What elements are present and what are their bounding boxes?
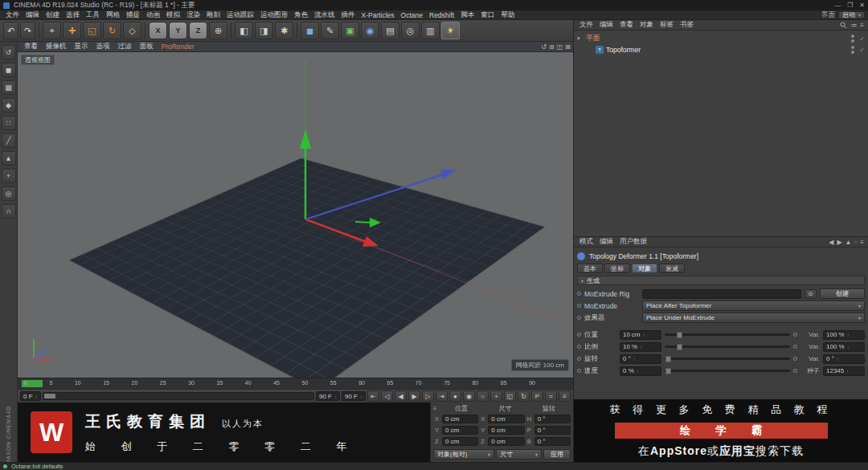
- menu-redshift[interactable]: Redshift: [426, 10, 457, 19]
- record-button[interactable]: ●: [449, 390, 461, 402]
- size-z-field[interactable]: 0 cm: [488, 437, 524, 446]
- anim-toggle-icon[interactable]: [577, 304, 581, 308]
- coordinate-system-icon[interactable]: ⊕: [209, 22, 227, 39]
- rotation-h-field[interactable]: 0 °: [534, 415, 571, 423]
- viewport-solo-icon[interactable]: ◎: [2, 186, 16, 201]
- slider-handle[interactable]: [677, 344, 682, 350]
- tab-object[interactable]: 对象: [632, 264, 657, 273]
- add-primitive-icon[interactable]: ◼: [301, 22, 319, 39]
- goto-start-button[interactable]: ⇤: [367, 390, 379, 402]
- enabled-check-icon[interactable]: ✓: [859, 35, 865, 43]
- y-arrowhead-icon[interactable]: [300, 129, 311, 149]
- timeline-slider-handle[interactable]: [44, 394, 55, 398]
- rig-input[interactable]: [642, 289, 801, 299]
- lock-z-button[interactable]: Z: [189, 22, 207, 39]
- slider-handle[interactable]: [677, 332, 682, 338]
- timeline-slider[interactable]: [43, 392, 314, 400]
- anim-toggle-icon[interactable]: [793, 333, 797, 337]
- range-end-field[interactable]: 90 F: [316, 391, 340, 401]
- move-icon[interactable]: ✚: [63, 22, 81, 39]
- om-menu-bookmarks[interactable]: 书签: [677, 20, 697, 30]
- rotation-slider[interactable]: [665, 358, 790, 360]
- scale-var-field[interactable]: 100 %: [823, 342, 865, 352]
- polygons-mode-icon[interactable]: ▲: [2, 151, 16, 166]
- visibility-dots-icon[interactable]: [851, 46, 854, 54]
- position-x-field[interactable]: 0 cm: [442, 415, 478, 423]
- menu-sculpt[interactable]: 雕刻: [203, 10, 223, 19]
- undo-icon[interactable]: ↶: [3, 22, 18, 39]
- menu-plugins[interactable]: 插件: [338, 10, 358, 19]
- menu-create[interactable]: 创建: [43, 10, 63, 19]
- prev-key-button[interactable]: ◁: [381, 390, 393, 402]
- scale-icon[interactable]: ◱: [83, 22, 101, 39]
- lock-y-button[interactable]: Y: [169, 22, 187, 39]
- next-frame-button[interactable]: ▷: [422, 390, 434, 402]
- spinner-icon[interactable]: [845, 343, 850, 350]
- vp-menu-cameras[interactable]: 摄像机: [42, 42, 71, 51]
- menu-octane[interactable]: Octane: [398, 10, 426, 19]
- anim-toggle-icon[interactable]: [577, 357, 581, 361]
- section-collapse-icon[interactable]: [581, 277, 583, 284]
- add-generator-icon[interactable]: ▣: [341, 22, 359, 39]
- menu-edit[interactable]: 编辑: [23, 10, 43, 19]
- menu-file[interactable]: 文件: [2, 10, 23, 19]
- rotate-icon[interactable]: ↻: [103, 22, 121, 39]
- viewport-3d[interactable]: 透视视图 网格间距 100 cm: [18, 52, 573, 378]
- menu-script[interactable]: 脚本: [457, 10, 477, 19]
- timeline-ruler[interactable]: 0 5 10 15 20 25 30 35 40 45 50 55 60 65 …: [18, 378, 573, 389]
- menu-xparticles[interactable]: X-Particles: [358, 10, 398, 19]
- search-icon[interactable]: [840, 22, 847, 29]
- texture-mode-icon[interactable]: ▩: [2, 80, 16, 95]
- am-menu-edit[interactable]: 编辑: [596, 237, 616, 247]
- size-x-field[interactable]: 0 cm: [488, 415, 524, 423]
- object-row-plane[interactable]: ▾ 平面 ✓: [574, 33, 868, 44]
- add-spline-icon[interactable]: ✎: [321, 22, 339, 39]
- tab-coord[interactable]: 坐标: [604, 264, 630, 273]
- spinner-icon[interactable]: [33, 393, 38, 400]
- record-parameter-button[interactable]: P: [531, 390, 543, 402]
- current-frame-field[interactable]: 0 F: [20, 391, 41, 401]
- plane-object[interactable]: [69, 158, 546, 378]
- edges-mode-icon[interactable]: ╱: [2, 133, 16, 148]
- points-mode-icon[interactable]: ∷: [2, 116, 16, 130]
- spinner-icon[interactable]: [845, 331, 850, 338]
- light-icon[interactable]: ☀: [441, 22, 460, 39]
- minimize-button[interactable]: —: [834, 2, 841, 9]
- view-maximize-icon[interactable]: ⊠: [565, 43, 571, 51]
- scale-slider[interactable]: [665, 345, 790, 348]
- position-z-field[interactable]: 0 cm: [442, 437, 478, 446]
- effector-dropdown[interactable]: Place Under MoExtrude: [642, 313, 865, 323]
- speed-slider[interactable]: [665, 370, 790, 372]
- spinner-icon[interactable]: [641, 331, 645, 338]
- vp-menu-view[interactable]: 查看: [20, 42, 42, 51]
- display-mode-icon[interactable]: ▥: [421, 22, 440, 39]
- slider-handle[interactable]: [665, 368, 671, 374]
- workplane-mode-icon[interactable]: ◆: [2, 98, 16, 112]
- vp-menu-prorender[interactable]: ProRender: [158, 43, 199, 51]
- anim-toggle-icon[interactable]: [793, 357, 797, 361]
- layout-preset-dropdown[interactable]: 启动: [838, 11, 865, 19]
- om-menu-view[interactable]: 查看: [616, 20, 637, 30]
- view-layout-icon[interactable]: ⊞: [549, 43, 555, 51]
- enabled-check-icon[interactable]: ✓: [859, 47, 865, 54]
- spinner-icon[interactable]: [834, 355, 839, 362]
- om-menu-file[interactable]: 文件: [576, 20, 596, 30]
- end-frame-field[interactable]: 90 F: [342, 391, 366, 401]
- anim-toggle-icon[interactable]: [793, 345, 797, 349]
- position-var-field[interactable]: 100 %: [823, 330, 865, 340]
- record-position-button[interactable]: +: [490, 390, 502, 402]
- view-undo-icon[interactable]: ↺: [541, 43, 547, 51]
- enable-axis-icon[interactable]: +: [2, 169, 16, 183]
- add-environment-icon[interactable]: ▤: [381, 22, 399, 39]
- spinner-icon[interactable]: [631, 355, 636, 362]
- size-mode-dropdown[interactable]: 尺寸: [496, 449, 542, 460]
- menu-select[interactable]: 选择: [63, 10, 83, 19]
- lock-x-button[interactable]: X: [149, 22, 167, 39]
- menu-motion-tracker[interactable]: 运动跟踪: [223, 10, 257, 19]
- position-y-field[interactable]: 0 cm: [442, 426, 478, 435]
- z-arrowhead-icon[interactable]: [440, 170, 455, 179]
- tab-falloff[interactable]: 衰减: [659, 264, 685, 273]
- history-back-icon[interactable]: ◀: [829, 239, 833, 246]
- rig-picker-icon[interactable]: ⊙: [805, 289, 817, 299]
- render-view-icon[interactable]: ◧: [235, 22, 253, 39]
